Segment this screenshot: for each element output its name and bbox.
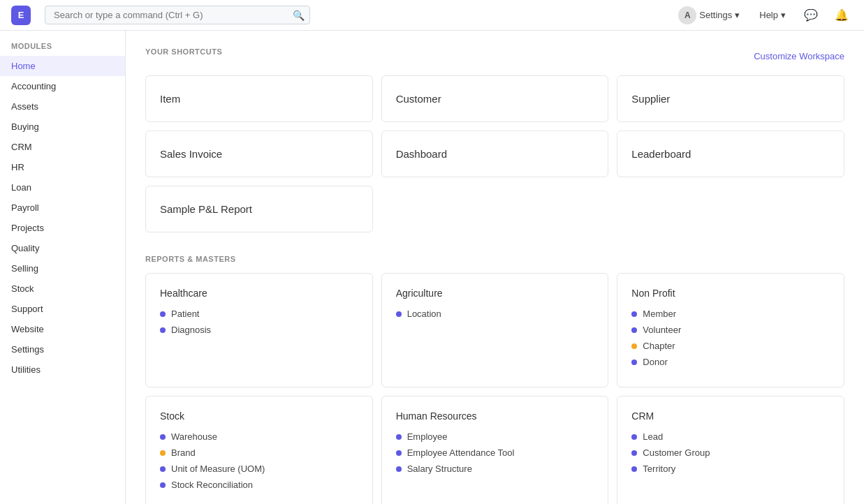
sidebar: MODULES HomeAccountingAssetsBuyingCRMHRL… xyxy=(0,31,126,504)
report-item-label: Stock Reconciliation xyxy=(171,480,253,490)
dot-icon xyxy=(396,311,402,317)
search-bar: 🔍 xyxy=(45,6,310,24)
customize-workspace-link[interactable]: Customize Workspace xyxy=(754,51,844,61)
settings-label: Settings xyxy=(699,10,732,20)
shortcut-card-dashboard[interactable]: Dashboard xyxy=(381,131,609,177)
sidebar-item-hr[interactable]: HR xyxy=(0,157,125,177)
shortcut-card-sales-invoice[interactable]: Sales Invoice xyxy=(145,131,373,177)
report-item-salary-structure[interactable]: Salary Structure xyxy=(396,464,594,474)
help-chevron-icon: ▾ xyxy=(781,10,786,20)
report-item-stock-reconciliation[interactable]: Stock Reconciliation xyxy=(160,480,358,490)
report-item-customer-group[interactable]: Customer Group xyxy=(631,447,830,458)
shortcuts-section-label: YOUR SHORTCUTS xyxy=(145,47,222,56)
settings-chevron-icon: ▾ xyxy=(735,10,740,20)
report-item-brand[interactable]: Brand xyxy=(160,447,358,458)
sidebar-item-projects[interactable]: Projects xyxy=(0,218,125,238)
report-card-title-stock: Stock xyxy=(160,410,358,422)
report-item-donor[interactable]: Donor xyxy=(631,357,830,367)
report-item-label: Territory xyxy=(643,464,675,474)
dot-icon xyxy=(160,434,166,440)
report-item-label: Member xyxy=(643,309,676,319)
report-card-non-profit[interactable]: Non ProfitMemberVolunteerChapterDonor xyxy=(617,273,844,387)
topbar: E 🔍 A Settings ▾ Help ▾ 💬 🔔 xyxy=(0,0,864,31)
report-item-employee-attendance-tool[interactable]: Employee Attendance Tool xyxy=(396,447,594,458)
dot-icon xyxy=(160,450,166,456)
report-item-label: Customer Group xyxy=(643,447,710,458)
sidebar-item-support[interactable]: Support xyxy=(0,299,125,319)
help-label: Help xyxy=(759,10,778,20)
report-card-title-healthcare: Healthcare xyxy=(160,288,358,299)
sidebar-item-selling[interactable]: Selling xyxy=(0,258,125,279)
avatar: A xyxy=(678,6,696,24)
shortcut-card-leaderboard[interactable]: Leaderboard xyxy=(617,131,844,177)
notification-icon-button[interactable]: 🔔 xyxy=(830,6,853,24)
report-item-territory[interactable]: Territory xyxy=(631,464,830,474)
shortcuts-grid: ItemCustomerSupplierSales InvoiceDashboa… xyxy=(145,75,844,232)
report-item-label: Volunteer xyxy=(643,325,681,335)
report-card-crm[interactable]: CRMLeadCustomer GroupTerritory xyxy=(617,396,844,504)
search-input[interactable] xyxy=(45,6,310,24)
dot-icon xyxy=(160,311,166,317)
report-item-chapter[interactable]: Chapter xyxy=(631,341,830,351)
sidebar-item-home[interactable]: Home xyxy=(0,56,125,76)
help-button[interactable]: Help ▾ xyxy=(754,7,791,23)
report-card-human-resources[interactable]: Human ResourcesEmployeeEmployee Attendan… xyxy=(381,396,609,504)
report-card-title-agriculture: Agriculture xyxy=(396,288,594,299)
dot-icon xyxy=(160,482,166,488)
report-item-employee[interactable]: Employee xyxy=(396,431,594,442)
report-item-label: Salary Structure xyxy=(407,464,472,474)
sidebar-item-payroll[interactable]: Payroll xyxy=(0,198,125,218)
report-item-member[interactable]: Member xyxy=(631,309,830,319)
sidebar-item-utilities[interactable]: Utilities xyxy=(0,360,125,380)
sidebar-item-quality[interactable]: Quality xyxy=(0,238,125,258)
sidebar-item-assets[interactable]: Assets xyxy=(0,96,125,117)
dot-icon xyxy=(396,466,402,472)
dot-icon xyxy=(631,450,637,456)
report-item-label: Chapter xyxy=(643,341,675,351)
report-card-agriculture[interactable]: AgricultureLocation xyxy=(381,273,609,387)
sidebar-item-stock[interactable]: Stock xyxy=(0,279,125,299)
sidebar-item-settings[interactable]: Settings xyxy=(0,339,125,360)
report-item-diagnosis[interactable]: Diagnosis xyxy=(160,325,358,335)
report-item-label: Location xyxy=(407,309,441,319)
search-icon: 🔍 xyxy=(293,10,305,21)
report-item-label: Brand xyxy=(171,447,196,458)
reports-section-label: REPORTS & MASTERS xyxy=(145,255,844,263)
sidebar-item-buying[interactable]: Buying xyxy=(0,117,125,137)
shortcut-card-item[interactable]: Item xyxy=(145,75,373,122)
main-content: YOUR SHORTCUTS Customize Workspace ItemC… xyxy=(126,31,864,504)
dot-icon xyxy=(160,327,166,333)
settings-button[interactable]: A Settings ▾ xyxy=(673,3,745,27)
sidebar-item-loan[interactable]: Loan xyxy=(0,177,125,198)
report-item-warehouse[interactable]: Warehouse xyxy=(160,431,358,442)
report-item-location[interactable]: Location xyxy=(396,309,594,319)
report-item-label: Unit of Measure (UOM) xyxy=(171,464,265,474)
report-card-title-crm: CRM xyxy=(631,410,830,422)
dot-icon xyxy=(631,466,637,472)
shortcut-card-supplier[interactable]: Supplier xyxy=(617,75,844,122)
dot-icon xyxy=(160,466,166,472)
shortcut-card-sample-pl[interactable]: Sample P&L Report xyxy=(145,186,373,232)
chat-icon-button[interactable]: 💬 xyxy=(800,6,822,24)
sidebar-item-website[interactable]: Website xyxy=(0,319,125,339)
report-card-stock[interactable]: StockWarehouseBrandUnit of Measure (UOM)… xyxy=(145,396,373,504)
report-item-unit-of-measure-(uom)[interactable]: Unit of Measure (UOM) xyxy=(160,464,358,474)
report-item-label: Employee xyxy=(407,431,448,442)
report-item-lead[interactable]: Lead xyxy=(631,431,830,442)
dot-icon xyxy=(631,327,637,333)
dot-icon xyxy=(631,311,637,317)
report-card-healthcare[interactable]: HealthcarePatientDiagnosis xyxy=(145,273,373,387)
sidebar-item-accounting[interactable]: Accounting xyxy=(0,76,125,96)
sidebar-items-container: HomeAccountingAssetsBuyingCRMHRLoanPayro… xyxy=(0,56,125,380)
sidebar-section-label: MODULES xyxy=(0,42,125,56)
report-item-volunteer[interactable]: Volunteer xyxy=(631,325,830,335)
sidebar-item-crm[interactable]: CRM xyxy=(0,137,125,157)
report-item-label: Warehouse xyxy=(171,431,217,442)
shortcut-card-customer[interactable]: Customer xyxy=(381,75,609,122)
dot-icon xyxy=(631,434,637,440)
report-item-patient[interactable]: Patient xyxy=(160,309,358,319)
report-card-title-human-resources: Human Resources xyxy=(396,410,594,422)
reports-grid: HealthcarePatientDiagnosisAgricultureLoc… xyxy=(145,273,844,504)
dot-icon xyxy=(396,450,402,456)
report-item-label: Donor xyxy=(643,357,667,367)
